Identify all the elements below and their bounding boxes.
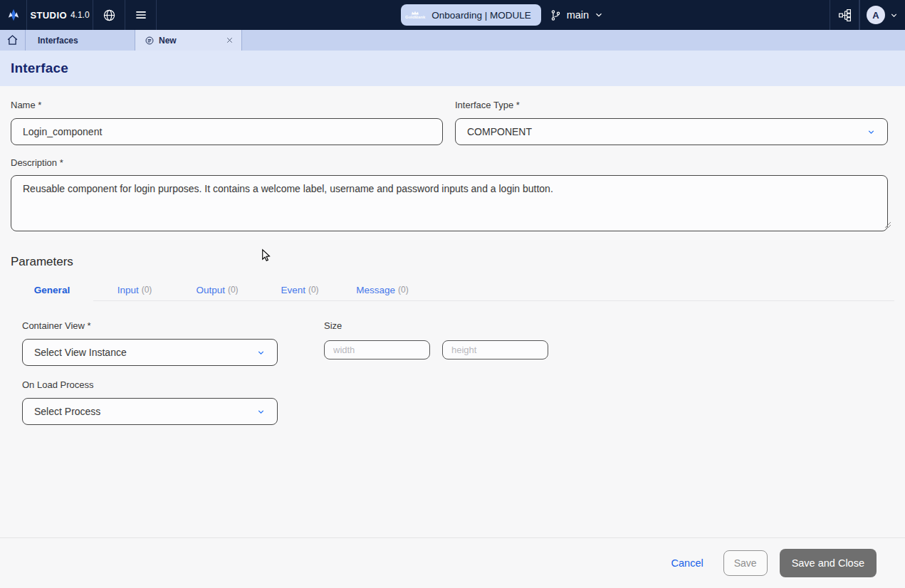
save-button[interactable]: Save — [723, 550, 768, 576]
on-load-process-label: On Load Process — [22, 379, 278, 390]
form-footer: Cancel Save Save and Close — [0, 537, 905, 588]
interface-type-label: Interface Type * — [455, 100, 888, 110]
git-branch-icon — [550, 9, 562, 21]
container-view-select[interactable]: Select View Instance — [22, 339, 278, 366]
home-icon — [6, 34, 19, 46]
parameters-tabs: General Input (0) Output (0) Event (0) M… — [11, 279, 894, 301]
top-app-bar: STUDIO 4.1.0 GoldBank Onboarding | MODUL… — [0, 0, 905, 30]
home-button[interactable] — [0, 30, 26, 51]
tab-label: Interfaces — [38, 36, 78, 46]
container-view-value: Select View Instance — [34, 347, 127, 358]
tab-label: New — [159, 36, 177, 46]
size-width-input[interactable] — [324, 340, 430, 359]
brand-name: STUDIO — [30, 10, 67, 21]
resize-handle-icon[interactable] — [884, 221, 891, 229]
tab-count: (0) — [308, 285, 319, 295]
page-header: Interface — [0, 51, 905, 86]
container-view-label: Container View * — [22, 320, 278, 331]
tab-count: (0) — [398, 285, 409, 295]
description-textarea[interactable]: Reusable component for login purposes. I… — [11, 175, 888, 231]
cancel-button[interactable]: Cancel — [671, 557, 703, 569]
size-field-group: Size — [324, 320, 548, 359]
tab-label: Input — [117, 285, 139, 295]
sitemap-icon — [838, 9, 852, 22]
user-menu[interactable]: A — [859, 0, 905, 30]
hamburger-menu-icon — [134, 8, 148, 22]
size-height-input[interactable] — [442, 340, 548, 359]
topbar-center: GoldBank Onboarding | MODULE main — [401, 0, 604, 30]
module-badge-label: Onboarding | MODULE — [431, 10, 530, 21]
tab-interfaces[interactable]: Interfaces — [26, 30, 135, 51]
tab-label: General — [34, 285, 70, 295]
on-load-process-value: Select Process — [34, 406, 100, 417]
parameters-heading: Parameters — [11, 255, 894, 269]
name-label: Name * — [11, 100, 443, 110]
main-menu-button[interactable] — [125, 0, 157, 30]
chevron-down-icon — [256, 348, 266, 357]
globe-icon — [103, 9, 116, 22]
brand-title: STUDIO 4.1.0 — [27, 0, 93, 30]
chevron-down-icon — [256, 407, 266, 416]
save-and-close-button[interactable]: Save and Close — [780, 549, 877, 577]
on-load-process-select[interactable]: Select Process — [22, 398, 278, 425]
tab-label: Output — [196, 285, 225, 295]
general-tab-panel: Container View * Select View Instance Si… — [11, 320, 894, 425]
tab-count: (0) — [142, 285, 152, 295]
close-icon[interactable] — [225, 36, 234, 45]
tab-label: Message — [356, 285, 395, 295]
chevron-down-icon — [889, 11, 899, 20]
interface-form: Name * Interface Type * COMPONENT Descri… — [0, 100, 905, 425]
on-load-process-field-group: On Load Process Select Process — [22, 379, 278, 425]
branch-name: main — [567, 9, 589, 21]
gem-logo-icon — [6, 8, 21, 22]
brand-version: 4.1.0 — [70, 10, 90, 20]
interface-type-select[interactable]: COMPONENT — [455, 118, 888, 145]
chevron-down-icon — [867, 127, 876, 137]
container-view-field-group: Container View * Select View Instance — [22, 320, 278, 366]
app-logo[interactable] — [0, 0, 27, 30]
parameters-tab-general[interactable]: General — [11, 279, 93, 300]
parameters-tab-message[interactable]: Message (0) — [341, 279, 424, 300]
document-tab-bar: Interfaces New — [0, 30, 905, 51]
chevron-down-icon — [594, 10, 604, 20]
parameters-tab-event[interactable]: Event (0) — [258, 279, 341, 300]
name-input[interactable] — [11, 118, 443, 145]
branch-selector[interactable]: main — [550, 9, 604, 21]
tab-count: (0) — [228, 285, 239, 295]
goldbank-logo: GoldBank — [405, 11, 425, 19]
interface-type-value: COMPONENT — [467, 126, 532, 137]
size-label: Size — [324, 320, 548, 331]
interface-type-field-group: Interface Type * COMPONENT — [455, 100, 888, 145]
parameters-tab-output[interactable]: Output (0) — [176, 279, 258, 300]
interface-doc-icon — [145, 36, 155, 46]
tab-label: Event — [281, 285, 305, 295]
hierarchy-button[interactable] — [830, 0, 859, 30]
page-title: Interface — [11, 61, 68, 76]
parameters-tab-input[interactable]: Input (0) — [93, 279, 176, 300]
avatar: A — [867, 6, 885, 24]
description-field-group: Reusable component for login purposes. I… — [11, 175, 894, 231]
topbar-right: A — [830, 0, 905, 30]
name-field-group: Name * — [11, 100, 443, 145]
description-label: Description * — [11, 157, 894, 168]
language-button[interactable] — [93, 0, 125, 30]
module-badge[interactable]: GoldBank Onboarding | MODULE — [401, 4, 541, 26]
tab-new[interactable]: New — [135, 30, 242, 51]
